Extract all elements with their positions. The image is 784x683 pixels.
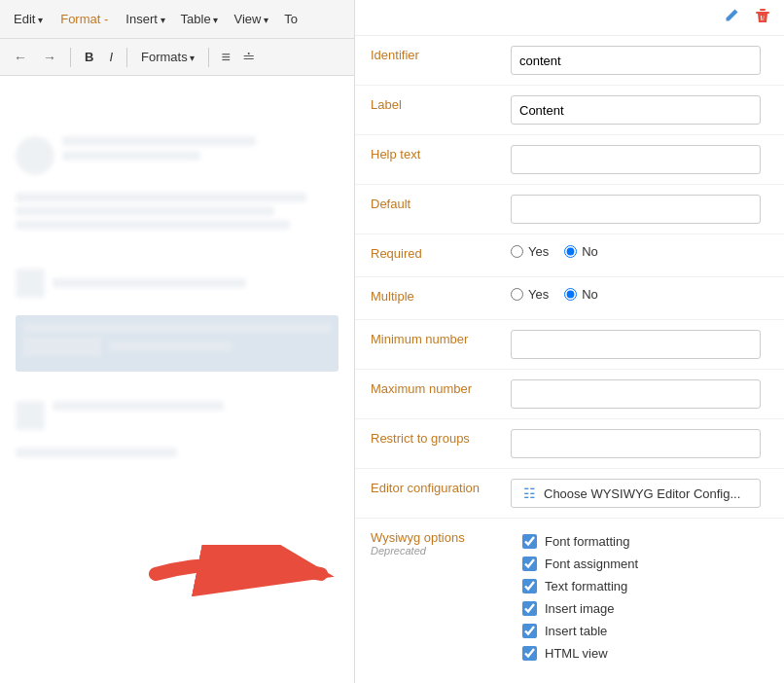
edit-icon-button[interactable] (720, 6, 743, 29)
checkbox-row-3[interactable]: Insert image (511, 597, 638, 620)
choose-wysiwyg-button[interactable]: ☷ Choose WYSIWYG Editor Config... (511, 479, 761, 508)
editor-content-area[interactable] (0, 76, 354, 683)
editor-config-label: Editor configuration (355, 469, 511, 507)
checkbox-row-0[interactable]: Font formatting (511, 530, 638, 553)
multiple-radio-group: Yes No (511, 287, 598, 302)
label-field-label: Label (355, 86, 511, 124)
required-control: Yes No (511, 234, 784, 269)
default-input[interactable] (511, 195, 761, 224)
editor-config-row: Editor configuration ☷ Choose WYSIWYG Ed… (355, 469, 784, 519)
checkbox-row-1[interactable]: Font assignment (511, 553, 638, 575)
required-no-label: No (582, 244, 598, 259)
insert-menu[interactable]: Insert (120, 8, 170, 30)
identifier-input[interactable] (511, 46, 761, 75)
checkbox-2[interactable] (522, 579, 537, 593)
default-row: Default (355, 185, 784, 234)
svg-rect-2 (760, 9, 766, 11)
view-menu[interactable]: View (228, 8, 274, 30)
multiple-yes-option[interactable]: Yes (511, 287, 549, 302)
wysiwyg-checkboxes-container: Font formattingFont assignmentText forma… (511, 519, 784, 680)
wysiwyg-options-title: Wysiwyg options (371, 530, 499, 545)
choose-wysiwyg-label: Choose WYSIWYG Editor Config... (544, 486, 740, 501)
label-row: Label (355, 86, 784, 135)
settings-right-panel: Identifier Label Help text Default (355, 0, 784, 683)
edit-menu[interactable]: Edit (8, 8, 49, 30)
multiple-label: Multiple (355, 277, 511, 315)
table-menu[interactable]: Table (175, 8, 225, 30)
required-radio-group: Yes No (511, 244, 598, 259)
ordered-list-button[interactable]: ≐ (238, 46, 259, 68)
multiple-no-radio[interactable] (564, 288, 577, 301)
editor-left-panel: Edit Format - Insert Table View To ← → B… (0, 0, 355, 683)
redo-button[interactable]: → (37, 46, 62, 69)
checkbox-row-2[interactable]: Text formatting (511, 575, 638, 597)
blurred-row-5 (16, 448, 339, 457)
multiple-no-option[interactable]: No (564, 287, 598, 302)
identifier-label: Identifier (355, 36, 511, 74)
config-list-icon: ☷ (523, 485, 536, 501)
checkbox-4[interactable] (522, 624, 537, 638)
checkbox-section: Font formattingFont assignmentText forma… (511, 524, 638, 670)
wysiwyg-deprecated-label: Deprecated (371, 545, 499, 557)
formatting-toolbar: ← → B I Formats ≡ ≐ (0, 39, 354, 76)
right-panel-header (355, 0, 784, 36)
default-label: Default (355, 185, 511, 223)
formats-dropdown[interactable]: Formats (135, 46, 200, 68)
required-label: Required (355, 234, 511, 272)
maximum-number-input[interactable] (511, 379, 761, 409)
form-container: Identifier Label Help text Default (355, 36, 784, 680)
help-text-input[interactable] (511, 145, 761, 174)
bold-button[interactable]: B (79, 46, 99, 68)
identifier-control (511, 36, 784, 85)
multiple-control: Yes No (511, 277, 784, 311)
content-spacer (16, 88, 339, 136)
minimum-number-label: Minimum number (355, 320, 511, 358)
required-row: Required Yes No (355, 234, 784, 277)
multiple-yes-label: Yes (528, 287, 549, 302)
checkbox-5[interactable] (522, 646, 537, 661)
format-menu-label: Format - (53, 8, 116, 30)
checkbox-0[interactable] (522, 534, 537, 549)
required-no-option[interactable]: No (564, 244, 598, 259)
required-yes-radio[interactable] (511, 245, 523, 258)
default-control (511, 185, 784, 234)
restrict-groups-label: Restrict to groups (355, 419, 511, 457)
toolbar-divider-1 (70, 48, 71, 67)
svg-rect-1 (756, 12, 769, 14)
editor-config-control: ☷ Choose WYSIWYG Editor Config... (511, 469, 784, 518)
checkbox-1[interactable] (522, 557, 537, 571)
minimum-number-input[interactable] (511, 330, 761, 359)
required-yes-option[interactable]: Yes (511, 244, 549, 259)
checkbox-label-1: Font assignment (545, 557, 638, 571)
checkbox-3[interactable] (522, 601, 537, 616)
italic-button[interactable]: I (103, 46, 119, 68)
help-text-row: Help text (355, 135, 784, 185)
to-menu[interactable]: To (278, 8, 303, 30)
wysiwyg-options-label: Wysiwyg options Deprecated (355, 519, 511, 560)
label-input[interactable] (511, 95, 761, 125)
help-text-control (511, 135, 784, 184)
blurred-row-2 (16, 193, 339, 230)
undo-button[interactable]: ← (8, 46, 33, 69)
checkbox-row-5[interactable]: HTML view (511, 642, 638, 665)
menu-bar: Edit Format - Insert Table View To (0, 0, 354, 39)
delete-icon-button[interactable] (751, 6, 774, 29)
checkbox-label-4: Insert table (545, 624, 607, 638)
multiple-no-label: No (582, 287, 598, 302)
maximum-number-control (511, 370, 784, 418)
checkbox-label-2: Text formatting (545, 579, 627, 593)
minimum-number-control (511, 320, 784, 369)
blurred-row-4 (16, 401, 339, 438)
restrict-groups-input[interactable] (511, 429, 761, 458)
label-control (511, 86, 784, 134)
minimum-number-row: Minimum number (355, 320, 784, 370)
multiple-yes-radio[interactable] (511, 288, 523, 301)
help-text-label: Help text (355, 135, 511, 173)
restrict-groups-control (511, 419, 784, 468)
unordered-list-button[interactable]: ≡ (217, 47, 233, 68)
blurred-row-3 (16, 269, 339, 306)
maximum-number-row: Maximum number (355, 370, 784, 419)
required-no-radio[interactable] (564, 245, 577, 258)
checkbox-row-4[interactable]: Insert table (511, 620, 638, 642)
checkbox-label-5: HTML view (545, 646, 608, 661)
